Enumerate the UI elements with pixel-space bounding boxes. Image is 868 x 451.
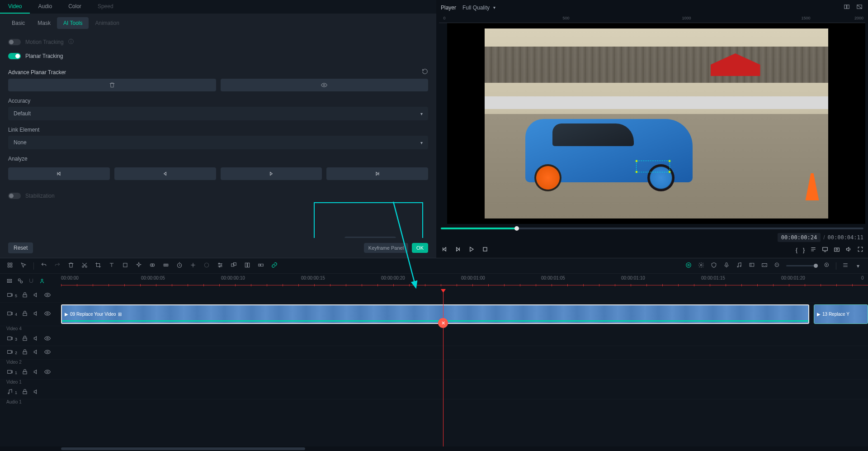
magnet-icon[interactable]: [28, 278, 34, 285]
effects-icon[interactable]: [135, 262, 142, 270]
track-forward-button[interactable]: [221, 167, 322, 180]
timeline-ruler[interactable]: 00:00:0000:00:00:0500:00:00:1000:00:00:1…: [61, 274, 868, 289]
lock-icon[interactable]: [21, 310, 28, 318]
volume-icon[interactable]: [845, 246, 852, 254]
track-body[interactable]: [61, 289, 868, 302]
select-tool-icon[interactable]: [20, 262, 27, 270]
lock-icon[interactable]: [21, 369, 28, 376]
lock-icon[interactable]: [21, 335, 28, 343]
track-backward-button[interactable]: [114, 167, 216, 180]
stop-button[interactable]: [481, 246, 489, 254]
track-tool-icon[interactable]: [189, 262, 197, 270]
play-button[interactable]: [468, 246, 475, 254]
crop-icon[interactable]: [94, 262, 102, 270]
next-frame-button[interactable]: [454, 246, 462, 254]
video-clip[interactable]: ▶09 Replace Your Video⊞: [61, 304, 809, 324]
auto-reframe-icon[interactable]: [39, 278, 45, 285]
link-icon[interactable]: [271, 262, 278, 270]
subtab-aitools[interactable]: AI Tools: [57, 17, 89, 29]
display-mode-icon[interactable]: [855, 3, 863, 12]
timeline-scrollbar[interactable]: [0, 446, 868, 451]
subtab-mask[interactable]: Mask: [31, 17, 57, 29]
track-body[interactable]: [61, 386, 868, 399]
scrollbar-thumb[interactable]: [61, 447, 305, 450]
zoom-out-icon[interactable]: [774, 262, 781, 270]
track-body[interactable]: [61, 366, 868, 379]
ok-button[interactable]: OK: [412, 243, 428, 253]
add-track-icon[interactable]: [6, 278, 13, 285]
zoom-in-icon[interactable]: [823, 262, 830, 270]
fullscreen-icon[interactable]: [857, 246, 863, 254]
tab-video[interactable]: Video: [0, 0, 30, 14]
mute-icon[interactable]: [33, 335, 40, 343]
subtab-basic[interactable]: Basic: [5, 17, 31, 29]
monitor-icon[interactable]: [822, 246, 828, 254]
player-scrubber[interactable]: [441, 228, 863, 229]
list-icon[interactable]: [810, 246, 816, 254]
transition-icon[interactable]: [149, 262, 156, 270]
view-options-icon[interactable]: ▾: [854, 263, 862, 269]
visibility-icon[interactable]: [44, 292, 51, 299]
track-body[interactable]: [61, 332, 868, 346]
delete-icon[interactable]: [67, 262, 75, 270]
compare-icon[interactable]: [843, 3, 851, 12]
redo-icon[interactable]: [54, 262, 61, 270]
quality-dropdown[interactable]: Full Quality ▾: [462, 5, 495, 11]
cut-indicator-icon[interactable]: ✕: [438, 318, 448, 328]
mark-in-icon[interactable]: {: [796, 247, 797, 253]
zoom-slider[interactable]: [786, 265, 818, 266]
speed-tool-icon[interactable]: [162, 262, 170, 270]
accuracy-dropdown[interactable]: Default ▾: [8, 107, 428, 120]
caption-icon[interactable]: [761, 262, 768, 270]
cut-icon[interactable]: [81, 262, 88, 270]
timer-icon[interactable]: [176, 262, 183, 270]
visibility-icon[interactable]: [44, 310, 51, 318]
tab-audio[interactable]: Audio: [30, 0, 60, 14]
visibility-icon[interactable]: [44, 349, 51, 356]
snap-icon[interactable]: [6, 262, 14, 270]
delete-tracker-button[interactable]: [8, 79, 216, 91]
link-element-dropdown[interactable]: None ▾: [8, 136, 428, 149]
mark-out-icon[interactable]: }: [803, 247, 805, 253]
marker-tool-icon[interactable]: [748, 262, 755, 270]
reset-button[interactable]: Reset: [8, 242, 33, 253]
prev-frame-button[interactable]: [441, 246, 448, 254]
adjust-icon[interactable]: [217, 262, 224, 270]
reset-section-icon[interactable]: [422, 68, 428, 76]
video-clip[interactable]: ▶13 Replace Y: [814, 304, 868, 324]
planar-tracking-toggle[interactable]: [8, 53, 21, 59]
planar-track-region[interactable]: [636, 161, 670, 172]
snapshot-icon[interactable]: [834, 246, 840, 254]
shape-icon[interactable]: [122, 262, 129, 270]
color-tool-icon[interactable]: [203, 262, 210, 270]
mute-icon[interactable]: [33, 349, 40, 356]
track-backward-all-button[interactable]: [8, 167, 110, 180]
mute-icon[interactable]: [33, 389, 40, 396]
scrubber-thumb[interactable]: [514, 226, 519, 231]
mute-icon[interactable]: [33, 292, 40, 299]
visibility-icon[interactable]: [44, 335, 51, 343]
lock-icon[interactable]: [21, 349, 28, 356]
group-icon[interactable]: [230, 262, 237, 270]
player-viewport[interactable]: [447, 23, 865, 224]
track-body[interactable]: [61, 346, 868, 359]
mute-icon[interactable]: [33, 369, 40, 376]
tab-color[interactable]: Color: [60, 0, 90, 14]
lock-icon[interactable]: [21, 389, 28, 396]
show-tracker-button[interactable]: [221, 79, 429, 91]
track-body[interactable]: ▶09 Replace Your Video⊞▶13 Replace Y: [61, 303, 868, 326]
track-next-frame-button[interactable]: [326, 167, 428, 180]
link-tracks-icon[interactable]: [17, 278, 24, 285]
ripple-icon[interactable]: [257, 262, 264, 270]
shield-icon[interactable]: [710, 262, 717, 270]
music-icon[interactable]: [736, 262, 743, 270]
lock-icon[interactable]: [21, 292, 28, 299]
text-icon[interactable]: [108, 262, 115, 270]
visibility-icon[interactable]: [44, 369, 51, 376]
ai-icon[interactable]: [685, 262, 692, 270]
compound-icon[interactable]: [244, 262, 251, 270]
undo-icon[interactable]: [40, 262, 47, 270]
mic-icon[interactable]: [723, 262, 730, 270]
motion-tracking-toggle[interactable]: [8, 39, 21, 45]
keyframe-panel-button[interactable]: Keyframe Panel: [364, 243, 408, 253]
